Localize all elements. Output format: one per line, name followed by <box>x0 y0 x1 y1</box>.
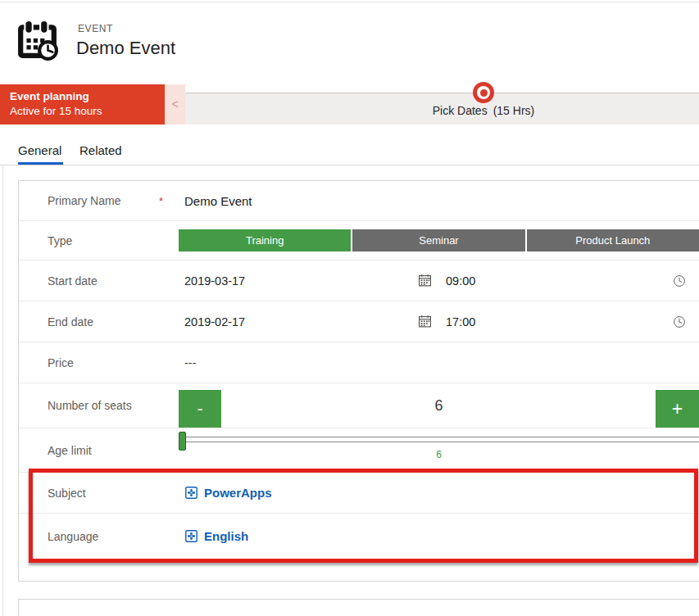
calendar-icon[interactable] <box>418 315 432 328</box>
type-optionset: Training Seminar Product Launch <box>179 221 699 260</box>
field-row-start-date: Start date 2019-03-17 09:00 <box>19 260 699 301</box>
start-date-control: 2019-03-17 09:00 <box>179 260 699 301</box>
stage-target-icon[interactable] <box>473 82 494 103</box>
stage-name: Pick Dates <box>433 104 488 117</box>
start-date-label: Start date <box>48 274 98 288</box>
language-value-link[interactable]: English <box>204 529 248 543</box>
language-control: English <box>179 514 699 559</box>
event-form-screen: EVENT Demo Event Event planning Active f… <box>0 0 699 616</box>
price-control: --- <box>179 342 699 383</box>
event-calendar-icon <box>17 20 58 61</box>
record-title: Demo Event <box>76 38 175 59</box>
type-option-seminar[interactable]: Seminar <box>352 229 524 251</box>
stage-duration: (15 Hrs) <box>493 104 535 117</box>
record-icon <box>185 530 197 542</box>
tab-related[interactable]: Related <box>79 143 122 157</box>
field-row-primary-name: Primary Name * Demo Event <box>19 181 699 221</box>
primary-name-control: Demo Event <box>179 181 699 220</box>
next-section-card <box>18 599 699 616</box>
end-time-value[interactable]: 17:00 <box>446 315 475 328</box>
age-limit-slider: 6 <box>179 428 699 472</box>
end-date-value[interactable]: 2019-02-17 <box>179 315 418 328</box>
type-option-training[interactable]: Training <box>179 229 351 251</box>
start-time-value[interactable]: 09:00 <box>446 274 475 288</box>
subject-lookup[interactable]: PowerApps <box>179 486 272 500</box>
language-lookup[interactable]: English <box>179 529 248 543</box>
active-stage-name: Event planning <box>10 90 165 102</box>
start-date-value[interactable]: 2019-03-17 <box>179 274 418 288</box>
field-row-type: Type Training Seminar Product Launch <box>19 221 699 260</box>
stage-back-chevron[interactable]: < <box>165 84 185 125</box>
field-row-subject: Subject PowerApps <box>19 473 699 514</box>
primary-name-label: Primary Name <box>48 194 120 207</box>
type-option-product-launch[interactable]: Product Launch <box>527 229 699 251</box>
seats-label: Number of seats <box>48 399 132 412</box>
field-label: Primary Name * <box>48 194 179 207</box>
price-label: Price <box>48 356 74 369</box>
top-divider <box>0 2 699 2</box>
form-section-card: Primary Name * Demo Event Type Training … <box>18 180 699 582</box>
end-date-label: End date <box>48 315 93 328</box>
subject-label: Subject <box>48 487 86 500</box>
field-row-end-date: End date 2019-02-17 17:00 <box>19 301 699 342</box>
calendar-icon[interactable] <box>418 274 432 288</box>
active-stage-pill[interactable]: Event planning Active for 15 hours <box>0 84 165 125</box>
age-limit-label: Age limit <box>48 444 92 457</box>
subject-value-link[interactable]: PowerApps <box>204 486 272 500</box>
required-asterisk: * <box>159 195 163 207</box>
clock-icon[interactable] <box>673 315 686 328</box>
field-row-language: Language English <box>19 514 699 559</box>
age-limit-value: 6 <box>179 449 699 460</box>
language-label: Language <box>48 530 98 543</box>
tabs-divider <box>0 165 699 165</box>
entity-type-label: EVENT <box>78 23 113 34</box>
field-row-price: Price --- <box>19 342 699 383</box>
stage-target-dot <box>480 89 488 97</box>
stage-target-ring <box>477 86 490 99</box>
slider-thumb[interactable] <box>179 432 186 451</box>
subject-control: PowerApps <box>179 473 699 513</box>
stage-label[interactable]: Pick Dates(15 Hrs) <box>385 104 582 117</box>
end-date-control: 2019-02-17 17:00 <box>179 301 699 342</box>
seats-stepper: - 6 + <box>179 383 699 428</box>
increment-button[interactable]: + <box>656 390 699 428</box>
price-value[interactable]: --- <box>179 356 197 369</box>
page-left-edge <box>2 166 3 616</box>
type-label: Type <box>48 234 72 247</box>
active-stage-status: Active for 15 hours <box>10 105 165 117</box>
seats-value[interactable]: 6 <box>179 383 699 428</box>
field-row-age-limit: Age limit 6 <box>19 428 699 473</box>
business-process-flow: Event planning Active for 15 hours < Pic… <box>0 84 699 125</box>
tab-general[interactable]: General <box>18 143 61 157</box>
record-icon <box>185 487 197 499</box>
field-row-number-of-seats: Number of seats - 6 + <box>19 383 699 428</box>
slider-rail[interactable] <box>179 437 699 442</box>
primary-name-value[interactable]: Demo Event <box>179 194 252 208</box>
clock-icon[interactable] <box>673 274 686 288</box>
